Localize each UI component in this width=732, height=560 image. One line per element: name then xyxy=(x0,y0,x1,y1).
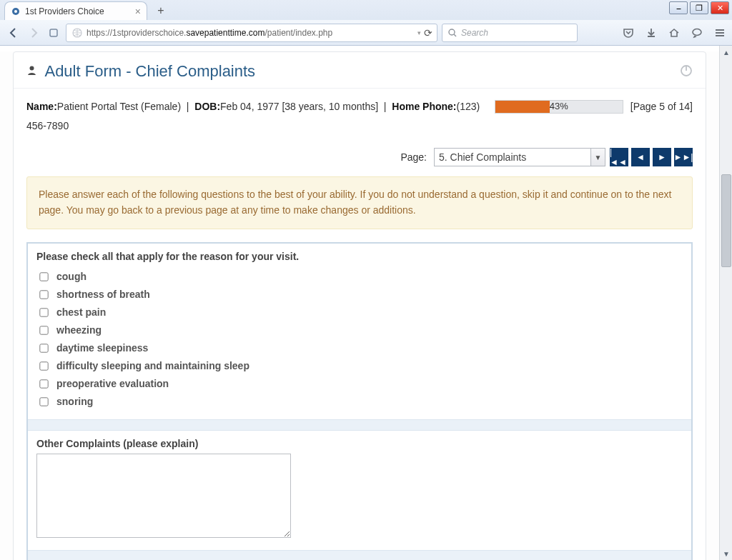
check-item-daytime-sleepiness: daytime sleepiness xyxy=(36,339,683,357)
check-item-snoring: snoring xyxy=(36,393,683,411)
page-viewport: Adult Form - Chief Complaints Name:Patie… xyxy=(0,46,719,560)
svg-rect-2 xyxy=(50,29,57,36)
page-title-text: Adult Form - Chief Complaints xyxy=(44,62,255,80)
paginator-label: Page: xyxy=(400,151,427,163)
download-icon[interactable] xyxy=(645,26,658,39)
form-card: Adult Form - Chief Complaints Name:Patie… xyxy=(13,51,706,560)
nav-next-button[interactable]: ► xyxy=(653,148,671,166)
checkbox-label: preoperative evaluation xyxy=(56,378,169,389)
question-prompt: Please check all that apply for the reas… xyxy=(28,244,691,268)
window-controls: ‒ ❐ ✕ xyxy=(669,1,729,14)
dob-label: DOB: xyxy=(194,101,220,112)
search-box[interactable]: Search xyxy=(442,24,578,42)
checkbox-difficulty-sleeping[interactable] xyxy=(39,361,48,370)
url-prefix: https://1stproviderschoice. xyxy=(86,28,186,38)
pocket-icon[interactable] xyxy=(622,26,635,39)
check-item-sob: shortness of breath xyxy=(36,286,683,304)
checkbox-snoring[interactable] xyxy=(39,397,48,406)
paginator-top: Page: 5. Chief Complaints ▼ |◄◄ ◄ ► ►►| xyxy=(26,142,693,176)
person-icon xyxy=(26,66,40,78)
nav-prev-button[interactable]: ◄ xyxy=(631,148,650,166)
nav-first-button[interactable]: |◄◄ xyxy=(610,148,628,166)
home-phone-label: Home Phone: xyxy=(392,101,456,112)
chevron-down-icon: ▼ xyxy=(590,149,605,166)
chat-icon[interactable] xyxy=(691,26,703,39)
menu-icon[interactable] xyxy=(713,26,726,39)
section-separator xyxy=(28,419,691,431)
other-complaints-textarea[interactable] xyxy=(36,454,291,538)
other-complaints-section: Other Complaints (please explain) xyxy=(28,431,691,550)
browser-nav-bar: https://1stproviderschoice.savepatientti… xyxy=(0,20,732,46)
toolbar-icons xyxy=(622,26,726,39)
url-path: /patient/index.php xyxy=(264,28,332,38)
checkbox-label: cough xyxy=(56,271,86,282)
reload-icon[interactable]: ⟳ xyxy=(424,27,432,39)
checkbox-wheezing[interactable] xyxy=(39,326,48,334)
window-close-button[interactable]: ✕ xyxy=(711,1,729,14)
name-value: Patient Portal Test (Female) xyxy=(57,101,181,112)
check-item-chest-pain: chest pain xyxy=(36,304,683,321)
card-header: Adult Form - Chief Complaints xyxy=(14,52,706,89)
svg-point-7 xyxy=(30,66,34,71)
question-panel: Please check all that apply for the reas… xyxy=(26,242,693,560)
globe-icon xyxy=(72,28,82,38)
checkbox-list: cough shortness of breath chest pain whe… xyxy=(28,268,691,419)
new-tab-button[interactable]: + xyxy=(153,3,169,19)
search-icon xyxy=(448,29,457,37)
tab-strip: 1st Providers Choice × + ‒ ❐ ✕ xyxy=(0,0,732,20)
identity-icon[interactable] xyxy=(46,25,61,41)
page-select[interactable]: 5. Chief Complaints ▼ xyxy=(434,148,605,166)
forward-button[interactable] xyxy=(26,25,41,41)
tab-title: 1st Providers Choice xyxy=(25,6,104,16)
checkbox-daytime-sleepiness[interactable] xyxy=(39,344,48,352)
window-maximize-button[interactable]: ❐ xyxy=(690,1,708,14)
dob-value: Feb 04, 1977 [38 years, 10 months] xyxy=(220,101,378,112)
checkbox-preop[interactable] xyxy=(39,379,48,388)
checkbox-label: chest pain xyxy=(56,306,106,318)
name-label: Name: xyxy=(26,101,57,112)
page-counter: [Page 5 of 14] xyxy=(630,97,693,116)
scroll-up-icon[interactable]: ▲ xyxy=(720,46,732,59)
checkbox-sob[interactable] xyxy=(39,290,48,299)
scroll-thumb[interactable] xyxy=(721,174,731,267)
checkbox-label: snoring xyxy=(56,396,93,407)
svg-line-5 xyxy=(454,34,456,36)
tab-favicon-icon xyxy=(11,6,21,16)
tab-close-icon[interactable]: × xyxy=(135,6,141,17)
vertical-scrollbar[interactable]: ▲ ▼ xyxy=(719,46,732,560)
checkbox-label: daytime sleepiness xyxy=(56,342,148,354)
page-select-value: 5. Chief Complaints xyxy=(439,151,526,163)
instructions-alert: Please answer each of the following ques… xyxy=(26,176,693,229)
home-icon[interactable] xyxy=(668,26,681,39)
home-phone-value-part1: (123) xyxy=(457,101,480,112)
window-minimize-button[interactable]: ‒ xyxy=(669,1,688,14)
check-item-cough: cough xyxy=(36,268,683,286)
checkbox-label: shortness of breath xyxy=(56,289,150,300)
browser-tab[interactable]: 1st Providers Choice × xyxy=(4,1,147,20)
checkbox-chest-pain[interactable] xyxy=(39,308,48,316)
check-item-preop: preoperative evaluation xyxy=(36,375,683,393)
svg-point-4 xyxy=(449,29,455,35)
progress-wrap: 43% [Page 5 of 14] xyxy=(495,97,693,116)
url-host: savepatienttime.com xyxy=(186,28,264,38)
checkbox-label: difficulty sleeping and maintaining slee… xyxy=(56,360,249,371)
page-title: Adult Form - Chief Complaints xyxy=(26,62,255,81)
progress-percent: 43% xyxy=(495,101,623,113)
other-complaints-label: Other Complaints (please explain) xyxy=(36,438,683,449)
section-separator xyxy=(28,550,691,560)
scroll-down-icon[interactable]: ▼ xyxy=(720,547,732,560)
check-item-difficulty-sleeping: difficulty sleeping and maintaining slee… xyxy=(36,357,683,375)
url-bar[interactable]: https://1stproviderschoice.savepatientti… xyxy=(66,24,437,42)
checkbox-cough[interactable] xyxy=(39,272,48,281)
home-phone-value-part2: 456-7890 xyxy=(26,120,69,131)
svg-point-6 xyxy=(693,29,701,35)
logout-icon[interactable] xyxy=(680,64,693,79)
browser-chrome: 1st Providers Choice × + ‒ ❐ ✕ https://1… xyxy=(0,0,732,46)
url-dropdown-icon[interactable]: ▾ xyxy=(417,29,421,36)
checkbox-label: wheezing xyxy=(56,324,102,336)
svg-point-1 xyxy=(14,10,17,13)
back-button[interactable] xyxy=(6,25,21,41)
search-placeholder: Search xyxy=(461,28,488,38)
nav-last-button[interactable]: ►►| xyxy=(674,148,693,166)
check-item-wheezing: wheezing xyxy=(36,321,683,339)
